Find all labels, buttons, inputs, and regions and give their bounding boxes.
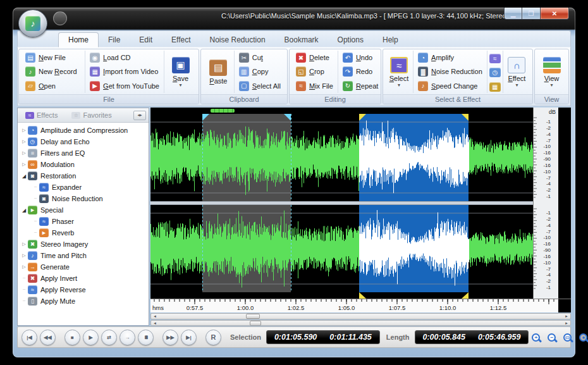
scrollbar-thumb[interactable] — [250, 321, 261, 326]
tree-item-reverb[interactable]: ┈►Reverb — [18, 227, 149, 238]
ribbon-button-import-from-video[interactable]: ▦Import from Video — [88, 66, 161, 77]
h-scrollbar-top[interactable]: ◂ ▸ — [150, 313, 571, 319]
waveform-display[interactable] — [150, 108, 533, 299]
expander-collapsed-icon[interactable]: ▷ — [20, 253, 28, 258]
tree-item-restoration[interactable]: ◢◙Restoration — [18, 170, 149, 182]
tab-home[interactable]: Home — [58, 32, 99, 47]
ribbon-button-amplify[interactable]: ◔Amplify — [416, 52, 484, 63]
ribbon-button-open[interactable]: ▱Open — [23, 80, 82, 92]
zoom-out-button[interactable]: − — [544, 330, 559, 345]
stop-button[interactable]: ■ — [64, 330, 80, 345]
app-window: ♪ C:\Users\Public\Music\Sample Music\Kal… — [13, 8, 575, 357]
loop-button[interactable]: ⇄ — [101, 330, 117, 345]
ribbon-button-mix-file[interactable]: ≈Mix File — [294, 80, 335, 92]
ribbon-button-view[interactable]: View▾ — [537, 51, 567, 93]
tab-edit[interactable]: Edit — [130, 33, 162, 47]
tree-item-delay-and-echo[interactable]: ▷◷Delay and Echo — [18, 136, 149, 147]
ribbon-button-speed-change[interactable]: ♪Speed Change — [416, 80, 484, 92]
ribbon-button-repeat[interactable]: ↻Repeat — [341, 80, 380, 92]
timeline-ruler[interactable]: hms0:57.51:00.01:02.51:05.01:07.51:10.01… — [150, 299, 571, 312]
zoom-in-button[interactable]: + — [529, 330, 543, 345]
close-button[interactable]: ✕ — [540, 8, 569, 20]
chorus-button[interactable]: ▦ — [489, 80, 501, 92]
svg-text:0:57.5: 0:57.5 — [187, 304, 203, 311]
ribbon-button-redo[interactable]: ↷Redo — [341, 66, 380, 77]
tree-item-label: Filters and EQ — [40, 149, 85, 157]
expander-collapsed-icon[interactable]: ▷ — [20, 128, 28, 133]
tree-item-amplitude-and-compression[interactable]: ▷◔Amplitude and Compression — [18, 125, 149, 136]
pause-button[interactable]: ▮▮ — [138, 330, 154, 345]
ribbon-button-new-file[interactable]: ▤New File — [23, 52, 82, 63]
ribbon-button-effect[interactable]: ∩Effect▾ — [503, 51, 530, 93]
ribbon-button-paste[interactable]: ▤Paste — [203, 51, 234, 93]
ribbon-button-select-all[interactable]: ▢Select All — [237, 80, 283, 92]
maximize-button[interactable]: ❐ — [522, 8, 540, 20]
tab-noise-reduction[interactable]: Noise Reduction — [200, 33, 275, 47]
step-forward-button[interactable]: → — [119, 330, 135, 345]
expander-expanded-icon[interactable]: ◢ — [20, 207, 28, 213]
expander-collapsed-icon[interactable]: ▷ — [20, 151, 28, 156]
tree-item-noise-reduction[interactable]: ┈◙Noise Reduction — [18, 193, 149, 204]
expander-collapsed-icon[interactable]: ▷ — [20, 264, 28, 269]
expander-collapsed-icon[interactable]: ▷ — [20, 139, 28, 144]
ribbon-button-noise-reduction[interactable]: ▓Noise Reduction — [416, 66, 484, 77]
tab-help[interactable]: Help — [373, 33, 408, 47]
copy-icon: ▥ — [239, 66, 249, 77]
expander-collapsed-icon[interactable]: ▷ — [20, 162, 28, 167]
zoom-full-button[interactable]: ● — [576, 330, 588, 345]
app-menu-button[interactable]: ♪ — [18, 9, 47, 37]
tree-item-stereo-imagery[interactable]: ▷✖Stereo Imagery — [18, 238, 149, 250]
tree-item-phaser[interactable]: ┈≈Phaser — [18, 216, 149, 227]
reverb-icon: ► — [39, 228, 49, 237]
skip-to-end-button[interactable]: ▶| — [181, 330, 197, 345]
tab-effects[interactable]: ≈ Effects — [20, 110, 63, 120]
tree-item-filters-and-eq[interactable]: ▷≡Filters and EQ — [18, 147, 149, 159]
rewind-button[interactable]: ◀◀ — [40, 330, 56, 345]
record-button[interactable]: R — [205, 330, 221, 345]
tree-item-apply-invert[interactable]: ┈✖Apply Invert — [18, 273, 149, 284]
ribbon-button-new-record[interactable]: ♪New Record — [23, 66, 82, 77]
scroll-right-icon[interactable]: ▸ — [563, 321, 570, 326]
tab-bookmark[interactable]: Bookmark — [275, 33, 328, 47]
scroll-right-icon[interactable]: ▸ — [563, 314, 570, 319]
ribbon-button-get-from-youtube[interactable]: ▶Get from YouTube — [88, 80, 161, 92]
fast-forward-button[interactable]: ▶▶ — [162, 330, 178, 345]
tree-item-time-and-pitch[interactable]: ▷♪Time and Pitch — [18, 250, 149, 261]
tree-item-special[interactable]: ◢►Special — [18, 204, 149, 216]
zoom-buttons: +−▭●↕+↕− — [529, 330, 588, 345]
ribbon-button-save[interactable]: ▣Save▾ — [164, 51, 197, 93]
tab-options[interactable]: Options — [328, 33, 373, 47]
delay-clock-button[interactable]: ◷ — [489, 66, 501, 77]
skip-to-start-button[interactable]: |◀ — [21, 330, 37, 345]
scrollbar-thumb[interactable] — [246, 314, 260, 319]
ribbon-button-undo[interactable]: ↶Undo — [341, 52, 380, 63]
ribbon-button-crop[interactable]: ◱Crop — [294, 66, 335, 77]
scroll-left-icon[interactable]: ◂ — [152, 314, 158, 319]
ribbon-button-cut[interactable]: ✂Cut — [237, 52, 283, 63]
ribbon-button-select[interactable]: ≈Select▾ — [385, 51, 413, 93]
tree-item-apply-mute[interactable]: ┈▯Apply Mute — [18, 295, 149, 307]
tree-item-expander[interactable]: ┈≈Expander — [18, 182, 149, 193]
zoom-to-selection-button[interactable]: ▭ — [560, 330, 575, 345]
ribbon-button-copy[interactable]: ▥Copy — [237, 66, 283, 77]
tree-item-generate[interactable]: ▷→Generate — [18, 261, 149, 273]
equalizer-button[interactable]: ≈ — [489, 52, 501, 63]
tab-file[interactable]: File — [99, 33, 130, 47]
scroll-left-icon[interactable]: ◂ — [152, 321, 158, 326]
ribbon-button-delete[interactable]: ✖Delete — [294, 52, 335, 63]
tab-favorites[interactable]: ☆ Favorites — [66, 110, 116, 120]
ribbon-button-label: Redo — [356, 68, 372, 75]
h-scrollbar-bottom[interactable]: ◂ ▸ — [150, 320, 571, 326]
play-button[interactable]: ▶ — [83, 330, 99, 345]
time-pitch-icon: ♪ — [28, 251, 37, 260]
tree-item-apply-reverse[interactable]: ┈≈Apply Reverse — [18, 284, 149, 295]
expander-collapsed-icon[interactable]: ▷ — [20, 242, 28, 247]
panel-nav-button[interactable]: ◂▸ — [133, 111, 146, 120]
ribbon-button-label: Copy — [252, 68, 269, 75]
minimize-button[interactable]: ▁ — [504, 8, 522, 20]
expander-expanded-icon[interactable]: ◢ — [20, 173, 28, 179]
ribbon-button-load-cd[interactable]: ◉Load CD — [88, 52, 161, 63]
tree-item-modulation[interactable]: ▷∞Modulation — [18, 159, 149, 170]
tab-effect[interactable]: Effect — [162, 33, 200, 47]
ribbon-button-label: Select All — [252, 82, 281, 90]
